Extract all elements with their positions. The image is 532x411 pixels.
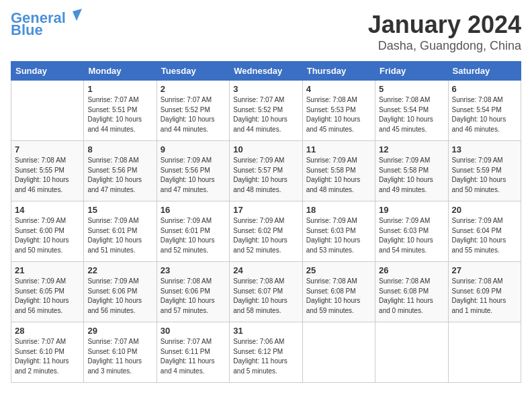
calendar-week-4: 21Sunrise: 7:09 AM Sunset: 6:05 PM Dayli… [11, 262, 521, 322]
day-info: Sunrise: 7:08 AM Sunset: 6:08 PM Dayligh… [306, 277, 371, 316]
calendar-body: 1Sunrise: 7:07 AM Sunset: 5:51 PM Daylig… [11, 81, 521, 383]
logo-bird-icon [67, 9, 82, 24]
day-info: Sunrise: 7:08 AM Sunset: 6:06 PM Dayligh… [161, 277, 226, 316]
day-info: Sunrise: 7:09 AM Sunset: 6:02 PM Dayligh… [233, 216, 298, 255]
calendar-week-2: 7Sunrise: 7:08 AM Sunset: 5:55 PM Daylig… [11, 141, 521, 201]
day-info: Sunrise: 7:08 AM Sunset: 5:54 PM Dayligh… [452, 95, 517, 134]
day-info: Sunrise: 7:09 AM Sunset: 6:03 PM Dayligh… [379, 216, 444, 255]
calendar-cell: 25Sunrise: 7:08 AM Sunset: 6:08 PM Dayli… [302, 262, 375, 322]
day-number: 3 [233, 84, 298, 94]
day-info: Sunrise: 7:07 AM Sunset: 5:52 PM Dayligh… [233, 95, 298, 134]
day-number: 2 [161, 84, 226, 94]
day-info: Sunrise: 7:09 AM Sunset: 5:59 PM Dayligh… [452, 156, 517, 195]
location-text: Dasha, Guangdong, China [368, 39, 521, 53]
day-info: Sunrise: 7:09 AM Sunset: 6:05 PM Dayligh… [15, 277, 80, 316]
logo: General Blue [11, 11, 82, 38]
calendar-cell: 7Sunrise: 7:08 AM Sunset: 5:55 PM Daylig… [11, 141, 84, 201]
day-number: 28 [15, 326, 80, 336]
calendar-cell [302, 322, 375, 383]
day-info: Sunrise: 7:07 AM Sunset: 6:11 PM Dayligh… [161, 337, 226, 376]
day-info: Sunrise: 7:08 AM Sunset: 5:56 PM Dayligh… [87, 156, 152, 195]
calendar-cell: 11Sunrise: 7:09 AM Sunset: 5:58 PM Dayli… [302, 141, 375, 201]
day-number: 11 [306, 144, 371, 154]
day-info: Sunrise: 7:08 AM Sunset: 6:08 PM Dayligh… [379, 277, 444, 316]
svg-marker-0 [73, 9, 82, 21]
calendar-week-3: 14Sunrise: 7:09 AM Sunset: 6:00 PM Dayli… [11, 201, 521, 262]
calendar-header: SundayMondayTuesdayWednesdayThursdayFrid… [11, 62, 521, 81]
calendar-cell: 16Sunrise: 7:09 AM Sunset: 6:01 PM Dayli… [157, 201, 229, 262]
calendar-cell: 18Sunrise: 7:09 AM Sunset: 6:03 PM Dayli… [302, 201, 375, 262]
day-number: 30 [161, 326, 226, 336]
calendar-cell: 3Sunrise: 7:07 AM Sunset: 5:52 PM Daylig… [230, 81, 302, 141]
day-number: 22 [87, 265, 152, 275]
day-number: 14 [15, 205, 80, 215]
day-number: 27 [452, 265, 517, 275]
calendar-cell: 8Sunrise: 7:08 AM Sunset: 5:56 PM Daylig… [84, 141, 157, 201]
calendar-cell: 14Sunrise: 7:09 AM Sunset: 6:00 PM Dayli… [11, 201, 84, 262]
calendar-table: SundayMondayTuesdayWednesdayThursdayFrid… [11, 61, 521, 383]
calendar-cell: 23Sunrise: 7:08 AM Sunset: 6:06 PM Dayli… [157, 262, 229, 322]
page-header: General Blue January 2024 Dasha, Guangdo… [11, 11, 521, 53]
day-info: Sunrise: 7:09 AM Sunset: 6:01 PM Dayligh… [87, 216, 152, 255]
calendar-cell: 5Sunrise: 7:08 AM Sunset: 5:54 PM Daylig… [375, 81, 448, 141]
day-info: Sunrise: 7:09 AM Sunset: 6:03 PM Dayligh… [306, 216, 371, 255]
day-number: 13 [452, 144, 517, 154]
day-info: Sunrise: 7:06 AM Sunset: 6:12 PM Dayligh… [233, 337, 298, 376]
calendar-week-1: 1Sunrise: 7:07 AM Sunset: 5:51 PM Daylig… [11, 81, 521, 141]
title-block: January 2024 Dasha, Guangdong, China [368, 11, 521, 53]
day-number: 16 [161, 205, 226, 215]
calendar-cell: 20Sunrise: 7:09 AM Sunset: 6:04 PM Dayli… [448, 201, 521, 262]
calendar-cell: 15Sunrise: 7:09 AM Sunset: 6:01 PM Dayli… [84, 201, 157, 262]
day-info: Sunrise: 7:09 AM Sunset: 6:04 PM Dayligh… [452, 216, 517, 255]
day-number: 19 [379, 205, 444, 215]
day-info: Sunrise: 7:07 AM Sunset: 5:51 PM Dayligh… [87, 95, 152, 134]
weekday-sunday: Sunday [11, 62, 84, 81]
calendar-cell: 2Sunrise: 7:07 AM Sunset: 5:52 PM Daylig… [157, 81, 229, 141]
calendar-cell: 31Sunrise: 7:06 AM Sunset: 6:12 PM Dayli… [230, 322, 302, 383]
day-number: 9 [161, 144, 226, 154]
day-info: Sunrise: 7:07 AM Sunset: 5:52 PM Dayligh… [161, 95, 226, 134]
day-number: 25 [306, 265, 371, 275]
weekday-thursday: Thursday [302, 62, 375, 81]
weekday-saturday: Saturday [448, 62, 521, 81]
calendar-cell [11, 81, 84, 141]
day-info: Sunrise: 7:09 AM Sunset: 5:57 PM Dayligh… [233, 156, 298, 195]
calendar-cell: 6Sunrise: 7:08 AM Sunset: 5:54 PM Daylig… [448, 81, 521, 141]
calendar-week-5: 28Sunrise: 7:07 AM Sunset: 6:10 PM Dayli… [11, 322, 521, 383]
day-number: 26 [379, 265, 444, 275]
month-title: January 2024 [368, 11, 521, 39]
calendar-cell: 21Sunrise: 7:09 AM Sunset: 6:05 PM Dayli… [11, 262, 84, 322]
weekday-header-row: SundayMondayTuesdayWednesdayThursdayFrid… [11, 62, 521, 81]
day-number: 29 [87, 326, 152, 336]
calendar-cell: 9Sunrise: 7:09 AM Sunset: 5:56 PM Daylig… [157, 141, 229, 201]
logo-blue-text: Blue [11, 23, 43, 38]
calendar-cell: 19Sunrise: 7:09 AM Sunset: 6:03 PM Dayli… [375, 201, 448, 262]
day-number: 21 [15, 265, 80, 275]
weekday-friday: Friday [375, 62, 448, 81]
day-number: 23 [161, 265, 226, 275]
day-info: Sunrise: 7:09 AM Sunset: 5:58 PM Dayligh… [306, 156, 371, 195]
day-number: 20 [452, 205, 517, 215]
day-info: Sunrise: 7:09 AM Sunset: 6:06 PM Dayligh… [87, 277, 152, 316]
day-info: Sunrise: 7:08 AM Sunset: 6:09 PM Dayligh… [452, 277, 517, 316]
weekday-tuesday: Tuesday [157, 62, 229, 81]
day-number: 10 [233, 144, 298, 154]
day-number: 18 [306, 205, 371, 215]
day-number: 17 [233, 205, 298, 215]
day-number: 4 [306, 84, 371, 94]
calendar-cell: 13Sunrise: 7:09 AM Sunset: 5:59 PM Dayli… [448, 141, 521, 201]
day-info: Sunrise: 7:07 AM Sunset: 6:10 PM Dayligh… [87, 337, 152, 376]
day-number: 6 [452, 84, 517, 94]
day-number: 31 [233, 326, 298, 336]
day-number: 12 [379, 144, 444, 154]
day-number: 15 [87, 205, 152, 215]
day-number: 1 [87, 84, 152, 94]
calendar-cell [375, 322, 448, 383]
calendar-cell: 10Sunrise: 7:09 AM Sunset: 5:57 PM Dayli… [230, 141, 302, 201]
calendar-cell: 27Sunrise: 7:08 AM Sunset: 6:09 PM Dayli… [448, 262, 521, 322]
calendar-cell: 17Sunrise: 7:09 AM Sunset: 6:02 PM Dayli… [230, 201, 302, 262]
day-info: Sunrise: 7:09 AM Sunset: 5:56 PM Dayligh… [161, 156, 226, 195]
weekday-wednesday: Wednesday [230, 62, 302, 81]
day-number: 8 [87, 144, 152, 154]
day-number: 5 [379, 84, 444, 94]
